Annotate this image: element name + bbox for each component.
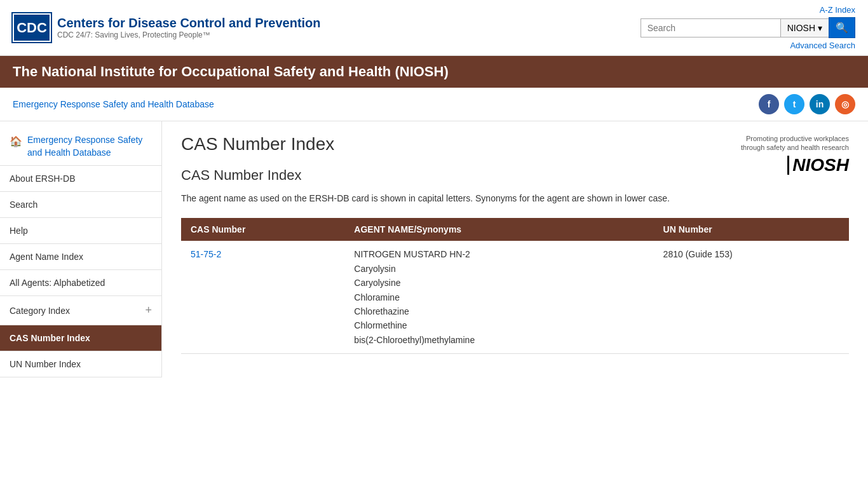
search-icon: 🔍 [836,22,848,33]
cas-number-table: CAS Number AGENT NAME/Synonyms UN Number… [181,218,849,354]
sidebar-item-label: UN Number Index [10,359,81,369]
chevron-down-icon: ▾ [818,23,822,33]
sidebar: 🏠 Emergency Response Safety and Health D… [0,121,162,377]
syndication-icon[interactable]: ◎ [835,94,855,114]
search-go-button[interactable]: 🔍 [829,17,855,38]
niosh-logo-line [787,156,789,175]
main-container: 🏠 Emergency Response Safety and Health D… [0,121,868,377]
sidebar-home-link[interactable]: Emergency Response Safety and Health Dat… [27,134,152,159]
niosh-banner-title: The National Institute for Occupational … [13,64,449,79]
sidebar-item-about-ersh-db[interactable]: About ERSH-DB [0,166,161,192]
agent-synonym: bis(2-Chloroethyl)methylamine [354,333,644,347]
sidebar-item-label: Category Index [10,306,70,316]
agent-name-cell: NITROGEN MUSTARD HN-2CaryolysinCaryolysi… [344,241,653,353]
advanced-search-link[interactable]: Advanced Search [790,41,855,50]
content-area: Promoting productive workplaces through … [162,121,868,377]
col-header-un: UN Number [654,218,849,241]
niosh-banner-bar: The National Institute for Occupational … [0,56,868,88]
sidebar-item-cas-number-index[interactable]: CAS Number Index [0,325,161,351]
sidebar-item-label: Agent Name Index [10,252,83,262]
search-scope-button[interactable]: NIOSH ▾ [780,18,829,37]
twitter-icon[interactable]: t [784,94,804,114]
facebook-icon[interactable]: f [759,94,779,114]
agent-synonym: Chlormethine [354,318,644,332]
niosh-promo-line1: Promoting productive workplaces [746,135,849,142]
sidebar-item-label: CAS Number Index [10,333,90,343]
home-icon: 🏠 [10,135,22,147]
page-description: The agent name as used on the ERSH-DB ca… [181,191,849,205]
agent-synonym: Chlorethazine [354,304,644,318]
niosh-promo: Promoting productive workplaces through … [741,134,849,177]
agent-synonym: Caryolysine [354,276,644,290]
search-scope-label: NIOSH [787,23,815,33]
sidebar-item-help[interactable]: Help [0,218,161,244]
sidebar-item-un-number-index[interactable]: UN Number Index [0,351,161,377]
sidebar-item-label: Search [10,200,37,210]
top-bar-right: A-Z Index NIOSH ▾ 🔍 Advanced Search [641,5,855,50]
sidebar-item-all-agents--alphabetized[interactable]: All Agents: Alphabetized [0,270,161,296]
sidebar-items: About ERSH-DBSearchHelpAgent Name IndexA… [0,166,161,377]
expand-icon: + [145,304,152,317]
cdc-subtitle: CDC 24/7: Saving Lives, Protecting Peopl… [57,30,321,39]
table-header: CAS Number AGENT NAME/Synonyms UN Number [181,218,849,241]
search-input[interactable] [641,18,780,37]
logo-area: CDC Centers for Disease Control and Prev… [13,13,321,42]
sidebar-item-label: About ERSH-DB [10,173,75,184]
linkedin-icon[interactable]: in [810,94,830,114]
search-row: NIOSH ▾ 🔍 [641,17,855,38]
sidebar-item-agent-name-index[interactable]: Agent Name Index [0,244,161,270]
social-icons: f t in ◎ [759,94,855,114]
niosh-promo-line2: through safety and health research [741,144,849,151]
cas-number-link[interactable]: 51-75-2 [191,249,221,259]
agent-name-main: NITROGEN MUSTARD HN-2 [354,247,644,261]
sidebar-item-category-index[interactable]: Category Index+ [0,296,161,325]
un-number-cell: 2810 (Guide 153) [654,241,849,353]
az-index-link[interactable]: A-Z Index [820,5,855,15]
sidebar-item-label: Help [10,226,28,236]
breadcrumb-bar: Emergency Response Safety and Health Dat… [0,88,868,121]
niosh-logo-text: NIOSH [792,155,849,175]
table-body: 51-75-2NITROGEN MUSTARD HN-2CaryolysinCa… [181,241,849,353]
sidebar-item-label: All Agents: Alphabetized [10,278,105,288]
breadcrumb-link[interactable]: Emergency Response Safety and Health Dat… [13,99,214,109]
agent-synonym: Chloramine [354,290,644,304]
cdc-abbr: CDC [17,20,47,36]
table-row: 51-75-2NITROGEN MUSTARD HN-2CaryolysinCa… [181,241,849,353]
top-bar: CDC Centers for Disease Control and Prev… [0,0,868,56]
cdc-logo: CDC [13,13,51,42]
niosh-logo-box: NIOSH [787,155,849,175]
col-header-cas: CAS Number [181,218,344,241]
cdc-title: Centers for Disease Control and Preventi… [57,16,321,30]
cas-number-cell: 51-75-2 [181,241,344,353]
cdc-text: Centers for Disease Control and Preventi… [57,16,321,39]
col-header-agent: AGENT NAME/Synonyms [344,218,653,241]
sidebar-item-search[interactable]: Search [0,192,161,218]
agent-synonym: Caryolysin [354,262,644,276]
sidebar-home: 🏠 Emergency Response Safety and Health D… [0,128,161,166]
